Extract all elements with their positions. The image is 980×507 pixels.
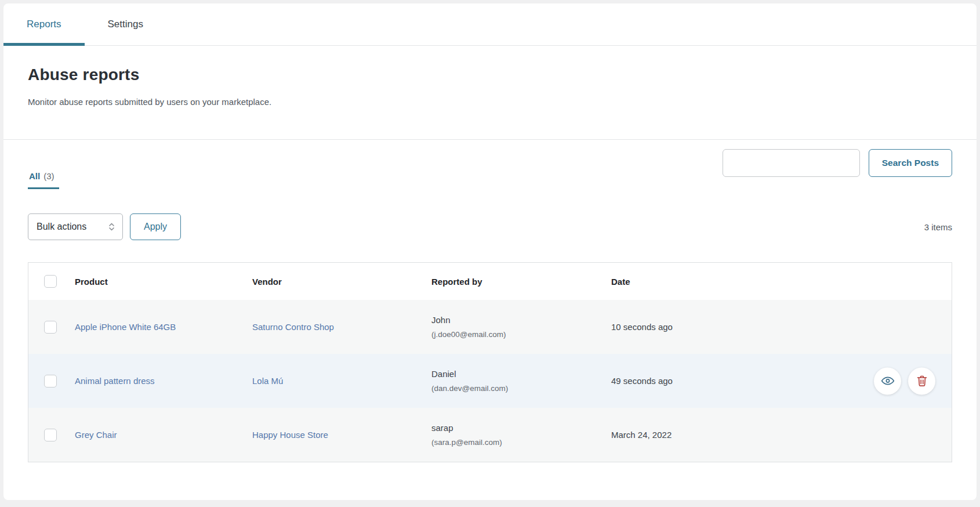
page-subtitle: Monitor abuse reports submitted by users… (28, 97, 952, 107)
table-header-row: Product Vendor Reported by Date (28, 263, 952, 300)
content-area: All (3) Search Posts Bulk actions (3, 149, 977, 462)
tab-settings[interactable]: Settings (85, 3, 166, 45)
filter-all-count: (3) (43, 171, 54, 181)
eye-icon (880, 374, 895, 389)
search-input[interactable] (723, 149, 860, 177)
vendor-link[interactable]: Happy House Store (252, 430, 328, 440)
product-link[interactable]: Grey Chair (75, 430, 117, 440)
vendor-link[interactable]: Lola Mú (252, 376, 283, 386)
reporter-email: (sara.p@email.com) (431, 438, 611, 447)
row-actions (874, 367, 935, 394)
column-header-vendor: Vendor (252, 277, 431, 287)
column-header-product: Product (75, 277, 252, 287)
view-report-button[interactable] (874, 367, 901, 394)
select-all-checkbox[interactable] (44, 275, 57, 288)
tab-settings-label: Settings (108, 19, 143, 30)
search-group: Search Posts (723, 149, 952, 177)
vendor-link[interactable]: Saturno Contro Shop (252, 322, 334, 332)
table-row: Animal pattern dress Lola Mú Daniel (dan… (28, 354, 952, 408)
bulk-actions-select-value: Bulk actions (37, 222, 86, 232)
search-posts-button[interactable]: Search Posts (869, 149, 952, 177)
page-header: Abuse reports Monitor abuse reports subm… (3, 46, 977, 140)
table-row: Apple iPhone White 64GB Saturno Contro S… (28, 300, 952, 354)
reports-table: Product Vendor Reported by Date Apple iP… (28, 262, 952, 462)
reporter-name: John (431, 315, 611, 325)
row-checkbox[interactable] (44, 429, 57, 441)
reporter-name: sarap (431, 423, 611, 433)
tab-reports[interactable]: Reports (3, 3, 85, 45)
trash-icon (915, 374, 929, 388)
bulk-actions-select[interactable]: Bulk actions (28, 213, 123, 240)
top-tabbar: Reports Settings (3, 3, 977, 46)
abuse-reports-panel: Reports Settings Abuse reports Monitor a… (3, 3, 977, 500)
tab-reports-label: Reports (27, 19, 61, 30)
table-row: Grey Chair Happy House Store sarap (sara… (28, 408, 952, 462)
report-date: 10 seconds ago (611, 322, 952, 332)
chevron-up-down-icon (108, 222, 115, 232)
product-link[interactable]: Apple iPhone White 64GB (75, 322, 176, 332)
apply-button[interactable]: Apply (130, 213, 181, 240)
reporter-email: (dan.dev@email.com) (431, 384, 611, 393)
items-count: 3 items (924, 222, 952, 232)
filter-all[interactable]: All (3) (28, 171, 59, 189)
product-link[interactable]: Animal pattern dress (75, 376, 155, 386)
row-checkbox[interactable] (44, 375, 57, 388)
report-date: March 24, 2022 (611, 430, 952, 440)
filter-all-label: All (29, 171, 40, 181)
row-checkbox[interactable] (44, 321, 57, 334)
column-header-reported-by: Reported by (431, 277, 611, 287)
reporter-email: (j.doe00@email.com) (431, 330, 611, 339)
page-title: Abuse reports (28, 66, 952, 84)
column-header-date: Date (611, 277, 952, 287)
delete-report-button[interactable] (908, 367, 935, 394)
reporter-name: Daniel (431, 369, 611, 379)
